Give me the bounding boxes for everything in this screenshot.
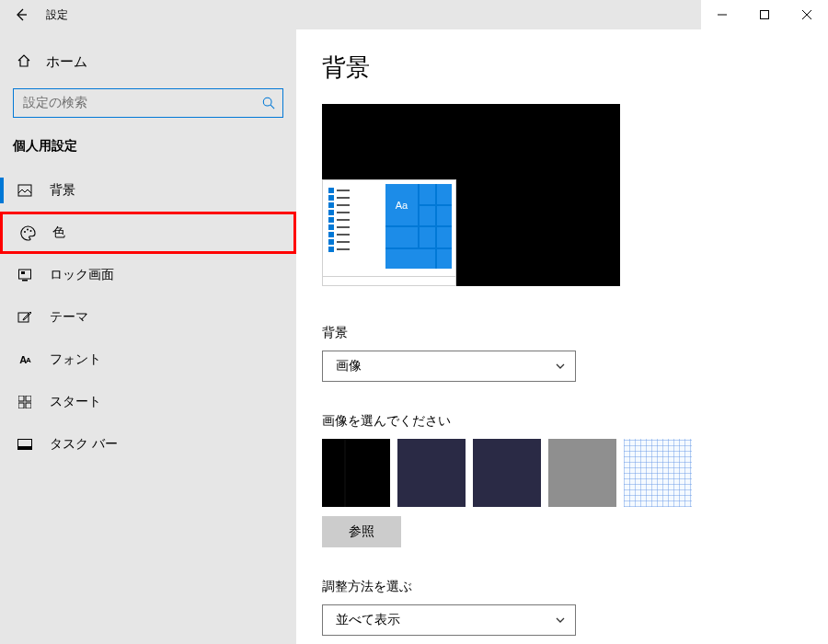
home-icon (17, 53, 31, 71)
search-input[interactable]: 設定の検索 (13, 88, 283, 118)
sidebar-item-background[interactable]: 背景 (0, 169, 296, 212)
sidebar-item-fonts[interactable]: AA フォント (0, 339, 296, 381)
background-type-value: 画像 (336, 358, 362, 374)
search-placeholder: 設定の検索 (23, 95, 262, 111)
svg-point-3 (24, 231, 26, 233)
preview-sample-window: Aa (322, 179, 456, 286)
svg-point-5 (29, 230, 31, 232)
chevron-down-icon (555, 615, 566, 626)
start-icon (17, 394, 33, 410)
sidebar-item-lockscreen[interactable]: ロック画面 (0, 254, 296, 296)
svg-rect-13 (26, 403, 31, 408)
image-thumb-4[interactable] (548, 439, 616, 507)
fit-label: 調整方法を選ぶ (322, 579, 802, 595)
content-area: 背景 Aa (296, 29, 828, 644)
palette-icon (19, 224, 36, 241)
background-type-combo[interactable]: 画像 (322, 351, 576, 382)
svg-rect-2 (18, 185, 31, 196)
chevron-down-icon (555, 361, 566, 372)
search-icon (262, 97, 275, 109)
close-icon (802, 10, 811, 19)
sidebar-item-label: タスク バー (50, 436, 118, 453)
image-thumbnails (322, 439, 802, 507)
svg-rect-8 (21, 271, 25, 274)
themes-icon (17, 309, 33, 326)
sidebar-nav: 背景 色 ロック画面 テーマ AA (0, 169, 296, 466)
svg-rect-10 (18, 396, 24, 401)
maximize-icon (760, 10, 769, 19)
sidebar-item-themes[interactable]: テーマ (0, 296, 296, 339)
page-title: 背景 (322, 52, 802, 84)
taskbar-icon (17, 436, 33, 453)
fit-combo[interactable]: 並べて表示 (322, 604, 576, 636)
svg-rect-11 (26, 396, 31, 401)
maximize-button[interactable] (743, 0, 786, 29)
minimize-icon (718, 10, 727, 19)
sidebar-item-label: 背景 (50, 182, 75, 199)
svg-point-1 (263, 98, 271, 106)
sidebar-item-label: スタート (50, 394, 101, 410)
image-thumb-3[interactable] (473, 439, 541, 507)
home-label: ホーム (46, 53, 87, 71)
home-link[interactable]: ホーム (0, 42, 296, 81)
svg-rect-0 (761, 11, 769, 19)
back-arrow-icon (14, 7, 29, 22)
close-button[interactable] (786, 0, 828, 29)
window-title: 設定 (42, 7, 68, 23)
sidebar-item-label: ロック画面 (50, 267, 114, 283)
svg-rect-12 (18, 403, 24, 408)
browse-button[interactable]: 参照 (322, 516, 401, 547)
browse-button-label: 参照 (349, 523, 374, 540)
title-bar: 設定 (0, 0, 828, 29)
back-button[interactable] (0, 0, 42, 29)
lockscreen-icon (17, 267, 33, 283)
fit-value: 並べて表示 (336, 612, 400, 628)
preview-sample-text: Aa (385, 184, 418, 225)
image-thumb-2[interactable] (397, 439, 466, 507)
svg-rect-7 (22, 280, 28, 282)
minimize-button[interactable] (701, 0, 743, 29)
sidebar-item-label: 色 (52, 224, 65, 241)
fonts-icon: AA (17, 351, 33, 368)
desktop-preview: Aa (322, 104, 620, 286)
background-type-label: 背景 (322, 325, 802, 341)
choose-image-label: 画像を選んでください (322, 413, 802, 430)
image-thumb-1[interactable] (322, 439, 390, 507)
sidebar-item-colors[interactable]: 色 (0, 212, 296, 254)
svg-point-4 (27, 228, 29, 230)
picture-icon (17, 182, 33, 199)
sidebar: ホーム 設定の検索 個人用設定 背景 (0, 29, 296, 644)
sidebar-item-label: フォント (50, 351, 101, 368)
sidebar-item-start[interactable]: スタート (0, 381, 296, 423)
window-controls (701, 0, 828, 29)
svg-rect-15 (18, 446, 32, 450)
sidebar-section-title: 個人用設定 (0, 138, 296, 169)
sidebar-item-label: テーマ (50, 309, 88, 326)
image-thumb-5[interactable] (624, 439, 692, 507)
sidebar-item-taskbar[interactable]: タスク バー (0, 423, 296, 466)
